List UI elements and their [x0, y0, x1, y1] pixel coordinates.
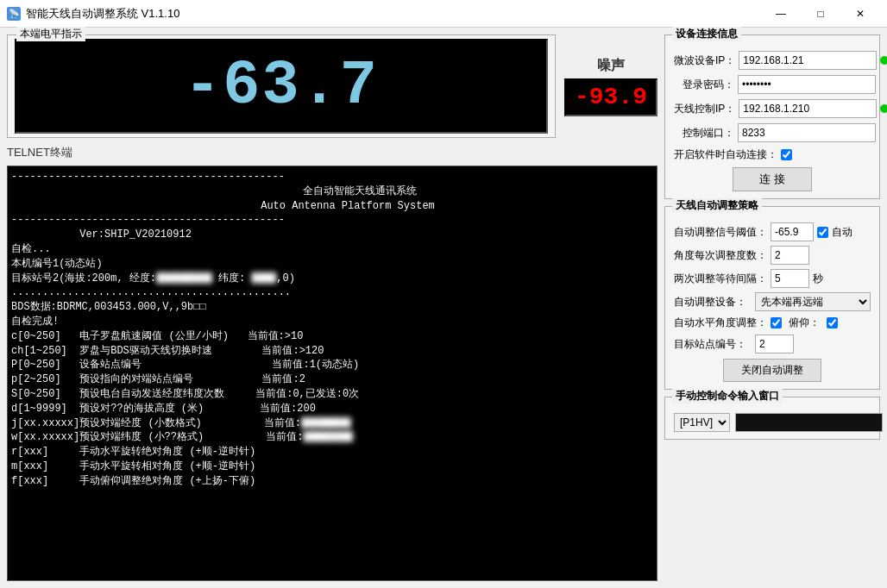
terminal-line: 自检完成! — [11, 315, 653, 329]
terminal-line: ----------------------------------------… — [11, 170, 653, 185]
terminal-line: 目标站号2(海拔:200m, 经度:█████████ 纬度: ████,0) — [11, 272, 653, 286]
angle-step-label: 角度每次调整度数： — [674, 248, 767, 263]
interval-input[interactable] — [771, 269, 809, 288]
noise-display-container: 噪声 -93.9 — [564, 34, 657, 138]
terminal-line: BDS数据:BDRMC,003453.000,V,,9b□□ — [11, 300, 653, 315]
app-icon: 📡 — [7, 7, 21, 21]
control-port-row: 控制端口： — [674, 123, 871, 142]
auto-checkbox-label: 自动 — [817, 225, 852, 240]
app-title: 智能天线自动调整系统 V1.1.10 — [26, 6, 179, 22]
terminal-line: w[xx.xxxxx]预设对端纬度 (小??格式) 当前值:████████ — [11, 430, 653, 445]
terminal-line: Auto Antenna Platform System — [11, 199, 653, 214]
terminal-wrapper: ----------------------------------------… — [7, 166, 657, 581]
auto-adjust-panel: 天线自动调整策略 自动调整信号阈值： 自动 角度每次调整度数： 两次调整等待间隔… — [664, 206, 880, 390]
terminal-line: ch[1~250] 罗盘与BDS驱动天线切换时速 当前值:>120 — [11, 344, 653, 359]
terminal-line: m[xxx] 手动水平旋转相对角度 (+顺-逆时针) — [11, 460, 653, 474]
terminal-line: Ver:SHIP_V20210912 — [11, 228, 653, 242]
terminal-line: f[xxx] 手动俯仰调整绝对角度 (+上扬-下俯) — [11, 474, 653, 489]
auto-adjust-title: 天线自动调整策略 — [672, 198, 762, 213]
horizontal-checkbox[interactable] — [771, 317, 782, 328]
maximize-button[interactable]: □ — [801, 0, 840, 28]
main-content: 本端电平指示 -63.7 噪声 -93.9 TELNET终端 ---------… — [0, 28, 887, 588]
angle-step-row: 角度每次调整度数： — [674, 246, 871, 265]
manual-control-title: 手动控制命令输入窗口 — [672, 389, 783, 403]
signal-threshold-input[interactable] — [771, 222, 814, 241]
signal-threshold-row: 自动调整信号阈值： 自动 — [674, 222, 871, 241]
right-panel: 设备连接信息 微波设备IP： 登录密码： 天线控制IP： 控制端口： — [664, 34, 880, 581]
device-connection-title: 设备连接信息 — [672, 27, 741, 41]
terminal-line: r[xxx] 手动水平旋转绝对角度 (+顺-逆时针) — [11, 445, 653, 460]
manual-control-row: [P1HV] [P1H] [P1V] [P2HV] — [674, 413, 871, 432]
close-adjust-button[interactable]: 关闭自动调整 — [723, 359, 821, 382]
login-password-input[interactable] — [738, 75, 876, 94]
target-station-label: 目标站点编号： — [674, 337, 752, 352]
angle-step-input[interactable] — [771, 246, 809, 265]
control-port-input[interactable] — [738, 123, 876, 142]
left-panel: 本端电平指示 -63.7 噪声 -93.9 TELNET终端 ---------… — [7, 34, 657, 581]
auto-connect-checkbox[interactable] — [781, 149, 792, 160]
antenna-control-ip-input[interactable] — [739, 99, 877, 118]
login-password-label: 登录密码： — [674, 78, 734, 92]
device-connection-panel: 设备连接信息 微波设备IP： 登录密码： 天线控制IP： 控制端口： — [664, 34, 880, 199]
manual-control-panel: 手动控制命令输入窗口 [P1HV] [P1H] [P1V] [P2HV] — [664, 397, 880, 440]
tilt-label: 俯仰： — [789, 316, 820, 330]
terminal-line: ----------------------------------------… — [11, 213, 653, 228]
titlebar: 📡 智能天线自动调整系统 V1.1.10 — □ ✕ — [0, 0, 887, 28]
telnet-label: TELNET终端 — [7, 145, 657, 160]
auto-label: 自动 — [832, 225, 852, 240]
minimize-button[interactable]: — — [761, 0, 801, 28]
horizontal-adjust-label: 自动水平角度调整： — [674, 316, 767, 330]
terminal-line: 本机编号1(动态站) — [11, 257, 653, 272]
auto-connect-row: 开启软件时自动连接： — [674, 147, 871, 162]
interval-unit: 秒 — [813, 272, 823, 286]
manual-command-select[interactable]: [P1HV] [P1H] [P1V] [P2HV] — [674, 413, 730, 432]
antenna-control-ip-row: 天线控制IP： — [674, 99, 871, 118]
target-station-row: 目标站点编号： — [674, 335, 871, 353]
noise-screen: -93.9 — [564, 78, 657, 116]
interval-row: 两次调整等待间隔： 秒 — [674, 269, 871, 288]
horizontal-checkbox-group: 俯仰： — [771, 316, 838, 330]
manual-command-input[interactable] — [735, 413, 883, 432]
control-port-label: 控制端口： — [674, 126, 734, 141]
login-password-row: 登录密码： — [674, 75, 871, 94]
auto-connect-label: 开启软件时自动连接： — [674, 147, 777, 162]
main-level-screen: -63.7 — [15, 39, 548, 134]
main-level-value: -63.7 — [184, 55, 379, 117]
noise-label: 噪声 — [597, 57, 625, 75]
level-display-container: 本端电平指示 -63.7 — [7, 34, 556, 138]
micro-device-ip-input[interactable] — [739, 51, 877, 70]
device-label: 自动调整设备： — [674, 295, 752, 310]
interval-label: 两次调整等待间隔： — [674, 272, 767, 286]
antenna-control-ip-label: 天线控制IP： — [674, 102, 735, 116]
close-button[interactable]: ✕ — [840, 0, 880, 28]
noise-value: -93.9 — [575, 84, 647, 110]
terminal-line: P[0~250] 设备站点编号 当前值:1(动态站) — [11, 358, 653, 372]
terminal-line: S[0~250] 预设电台自动发送经度纬度次数 当前值:0,已发送:0次 — [11, 387, 653, 402]
terminal-line: 全自动智能天线通讯系统 — [11, 185, 653, 199]
titlebar-left: 📡 智能天线自动调整系统 V1.1.10 — [7, 6, 179, 22]
tilt-checkbox[interactable] — [827, 317, 838, 328]
horizontal-adjust-row: 自动水平角度调整： 俯仰： — [674, 316, 871, 330]
micro-device-ip-label: 微波设备IP： — [674, 53, 735, 68]
micro-device-status-dot — [880, 56, 887, 65]
terminal-line: j[xx.xxxxx]预设对端经度 (小数格式) 当前值:████████ — [11, 416, 653, 431]
device-select[interactable]: 先本端再远端 先远端再本端 仅本端 仅远端 — [755, 292, 871, 311]
level-display-title: 本端电平指示 — [16, 27, 85, 41]
terminal-line: c[0~250] 电子罗盘航速阈值 (公里/小时) 当前值:>10 — [11, 329, 653, 344]
connect-button[interactable]: 连 接 — [733, 167, 812, 191]
terminal-container[interactable]: ----------------------------------------… — [7, 166, 657, 581]
terminal-line: p[2~250] 预设指向的对端站点编号 当前值:2 — [11, 372, 653, 387]
signal-section: 本端电平指示 -63.7 噪声 -93.9 — [7, 34, 657, 138]
titlebar-controls[interactable]: — □ ✕ — [761, 0, 880, 28]
micro-device-ip-row: 微波设备IP： — [674, 51, 871, 70]
terminal-line: ........................................… — [11, 285, 653, 300]
device-row: 自动调整设备： 先本端再远端 先远端再本端 仅本端 仅远端 — [674, 292, 871, 311]
terminal-line: 自检... — [11, 242, 653, 257]
terminal-line: d[1~9999] 预设对??的海拔高度 (米) 当前值:200 — [11, 402, 653, 416]
auto-checkbox[interactable] — [817, 227, 828, 238]
antenna-control-status-dot — [880, 104, 887, 113]
signal-threshold-label: 自动调整信号阈值： — [674, 225, 767, 240]
target-station-input[interactable] — [755, 335, 794, 353]
